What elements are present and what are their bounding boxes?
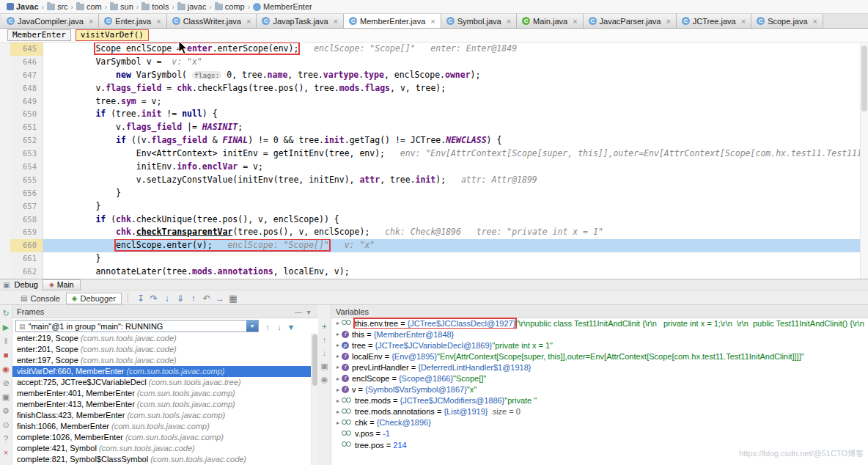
move-up-icon[interactable]: ↑ xyxy=(318,334,331,345)
breadcrumb-item-memberenter[interactable]: MemberEnter xyxy=(251,2,315,11)
editor-tab[interactable]: CScope.java× xyxy=(751,14,823,28)
variable-row[interactable]: ▸flocalEnv = {Env@1895}"Env[AttrContext[… xyxy=(331,351,868,362)
variable-row[interactable]: ▸tree.mods.annotations = {List@1919} siz… xyxy=(331,406,868,417)
expand-arrow-icon[interactable]: ▸ xyxy=(334,364,342,370)
next-frame-icon[interactable]: ↓ xyxy=(273,323,285,332)
close-icon[interactable]: × xyxy=(573,18,577,25)
stack-frame[interactable]: complete:421, Symbol (com.sun.tools.java… xyxy=(12,443,312,454)
breadcrumb-item-com[interactable]: com xyxy=(74,2,104,11)
add-watch-icon[interactable]: + xyxy=(318,321,331,332)
thread-dropdown-button[interactable]: ▼ xyxy=(246,321,258,332)
stack-frame[interactable]: complete:821, Symbol$ClassSymbol (com.su… xyxy=(12,454,312,465)
expand-arrow-icon[interactable]: ▸ xyxy=(334,376,342,382)
breadcrumb-item-sun[interactable]: sun xyxy=(108,2,136,11)
editor-tab[interactable]: CJavaCompiler.java× xyxy=(1,14,99,28)
duplicate-watch-icon[interactable]: ▣ xyxy=(318,360,331,372)
editor-tab[interactable]: CClassWriter.java× xyxy=(167,14,257,28)
expand-arrow-icon[interactable]: ▸ xyxy=(334,342,342,348)
force-step-into-icon[interactable]: ⇓ xyxy=(174,293,187,304)
editor-tab[interactable]: CMemberEnter.java× xyxy=(344,14,441,28)
close-icon[interactable]: × xyxy=(0,447,12,459)
stack-frame[interactable]: enter:201, Scope (com.sun.tools.javac.co… xyxy=(12,344,312,355)
debug-session-tab[interactable]: ◈ Main xyxy=(43,279,81,290)
variable-row[interactable]: ▸fthis = {MemberEnter@1848} xyxy=(331,329,868,340)
tab-console[interactable]: ▤Console xyxy=(15,293,66,304)
mute-breakpoints-icon[interactable]: ⊘ xyxy=(0,377,12,389)
code-editor[interactable]: 645 Scope enclScope = enter.enterScope(e… xyxy=(0,43,868,279)
frames-menu-icon[interactable]: ▾ xyxy=(304,308,314,316)
capture-icon[interactable]: ◉ xyxy=(318,373,331,385)
variable-row[interactable]: ▸this.env.tree = {JCTree$JCClassDecl@192… xyxy=(331,318,868,329)
resume-icon[interactable]: ▶ xyxy=(0,321,12,334)
editor-scrollbar[interactable] xyxy=(860,43,868,279)
close-icon[interactable]: × xyxy=(741,18,746,25)
stack-frame[interactable]: enter:197, Scope (com.sun.tools.javac.co… xyxy=(12,355,312,366)
view-breakpoints-icon[interactable]: ◉ xyxy=(0,363,12,376)
stack-frame[interactable]: complete:1026, MemberEnter (com.sun.tool… xyxy=(12,432,312,443)
editor-scrollbar-thumb[interactable] xyxy=(861,45,867,111)
breadcrumb-item-src[interactable]: src xyxy=(45,2,70,11)
close-icon[interactable]: × xyxy=(334,18,338,25)
method-chip[interactable]: visitVarDef() xyxy=(76,29,149,41)
close-icon[interactable]: × xyxy=(507,18,511,25)
expand-arrow-icon[interactable]: ▸ xyxy=(334,409,342,415)
step-out-icon[interactable]: ↑ xyxy=(187,293,200,304)
stack-frame[interactable]: finish:1066, MemberEnter (com.sun.tools.… xyxy=(12,421,312,432)
editor-tab[interactable]: CSymbol.java× xyxy=(441,14,517,28)
stack-frame[interactable]: memberEnter:413, MemberEnter (com.sun.to… xyxy=(12,399,312,410)
close-icon[interactable]: × xyxy=(666,18,670,25)
frames-scrollbar-thumb[interactable] xyxy=(312,334,317,386)
step-over-icon[interactable]: ↷ xyxy=(147,293,161,304)
variable-row[interactable]: ▸fv = {Symbol$VarSymbol@1867}"x" xyxy=(331,384,868,395)
expand-arrow-icon[interactable]: ▸ xyxy=(334,331,342,337)
stop-icon[interactable]: ■ xyxy=(0,349,12,362)
close-icon[interactable]: × xyxy=(156,18,161,25)
pin-icon[interactable]: ⊙ xyxy=(0,419,12,431)
stack-frame[interactable]: enter:219, Scope (com.sun.tools.javac.co… xyxy=(12,333,312,344)
editor-tab[interactable]: CJavapTask.java× xyxy=(257,14,344,28)
move-down-icon[interactable]: ↓ xyxy=(318,347,331,359)
editor-tab[interactable]: CEnter.java× xyxy=(99,14,166,28)
restore-layout-icon[interactable]: ▣ xyxy=(0,391,12,403)
pause-icon[interactable]: ‖ xyxy=(0,335,12,348)
variable-row[interactable]: ▸ptree = {JCTree$JCVariableDecl@1869}"pr… xyxy=(331,340,868,351)
frames-scrollbar[interactable] xyxy=(311,333,318,465)
variable-row[interactable]: ▸tree.mods = {JCTree$JCModifiers@1886}"p… xyxy=(331,395,868,406)
stack-frame[interactable]: visitVarDef:660, MemberEnter (com.sun.to… xyxy=(12,366,312,377)
variable-row[interactable]: ▸fenclScope = {Scope@1866}"Scope[]" xyxy=(331,373,868,384)
evaluate-expression-icon[interactable]: ▦ xyxy=(227,293,240,304)
breadcrumb-item-comp[interactable]: comp xyxy=(213,2,247,11)
editor-tab[interactable]: CMain.java× xyxy=(517,14,584,28)
class-chip[interactable]: MemberEnter xyxy=(7,29,71,41)
breadcrumb-item-javac[interactable]: javac xyxy=(175,2,209,11)
close-icon[interactable]: × xyxy=(813,18,817,25)
stack-frame[interactable]: finishClass:423, MemberEnter (com.sun.to… xyxy=(12,410,312,421)
thread-selector[interactable]: ▤ "main"@1 in group "main": RUNNING ▼ xyxy=(15,320,259,332)
expand-arrow-icon[interactable]: ▸ xyxy=(334,398,342,404)
help-icon[interactable]: ? xyxy=(0,433,12,445)
breadcrumb-item-javac[interactable]: Javac xyxy=(4,2,41,11)
expand-arrow-icon[interactable]: ▸ xyxy=(334,420,342,426)
expand-arrow-icon[interactable]: ▸ xyxy=(334,353,342,359)
run-to-cursor-icon[interactable]: → xyxy=(213,293,227,304)
settings-icon[interactable]: ⚙ xyxy=(0,405,12,417)
close-icon[interactable]: × xyxy=(430,18,435,25)
breadcrumb-item-tools[interactable]: tools xyxy=(139,2,171,11)
prev-frame-icon[interactable]: ↑ xyxy=(262,323,273,332)
close-icon[interactable]: × xyxy=(246,18,251,25)
rerun-icon[interactable]: ↻ xyxy=(0,307,12,320)
expand-arrow-icon[interactable]: ▸ xyxy=(334,387,342,393)
variable-row[interactable]: ▸fprevLintHandler = {DeferredLintHandler… xyxy=(331,362,868,373)
hide-frames-icon[interactable]: — xyxy=(293,308,304,316)
step-into-icon[interactable]: ↓ xyxy=(161,293,174,304)
editor-tab[interactable]: CJavacParser.java× xyxy=(584,14,677,28)
stack-frame[interactable]: memberEnter:401, MemberEnter (com.sun.to… xyxy=(12,388,312,399)
stack-frame[interactable]: accept:725, JCTree$JCVariableDecl (com.s… xyxy=(12,377,312,388)
expand-arrow-icon[interactable]: ▸ xyxy=(334,320,342,326)
tab-debugger[interactable]: ◈Debugger xyxy=(66,293,122,304)
variable-row[interactable]: ▸chk = {Check@1896} xyxy=(331,417,868,428)
show-execution-point-icon[interactable]: ↧ xyxy=(134,293,147,304)
editor-tab[interactable]: CJCTree.java× xyxy=(677,14,751,28)
variable-row[interactable]: v.pos = -1 xyxy=(331,428,868,439)
drop-frame-icon[interactable]: ↶ xyxy=(200,293,213,304)
